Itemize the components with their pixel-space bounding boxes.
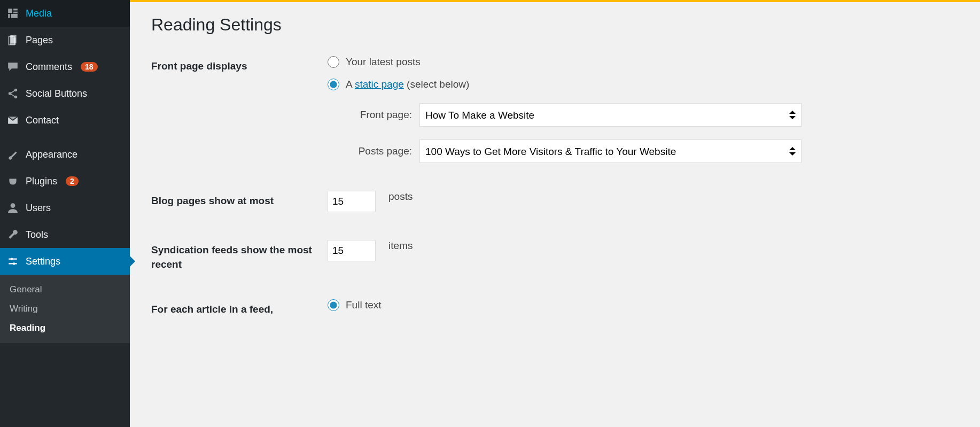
svg-point-3 [14, 89, 18, 92]
wrench-icon [6, 228, 19, 241]
sidebar-item-social-buttons[interactable]: Social Buttons [0, 80, 130, 107]
syndication-unit: items [388, 240, 413, 252]
radio-latest-posts-label: Your latest posts [346, 56, 421, 68]
static-page-link[interactable]: static page [355, 79, 404, 90]
submenu-item-writing[interactable]: Writing [0, 299, 130, 319]
comments-badge: 18 [81, 62, 98, 72]
sidebar-item-label: Plugins [26, 176, 57, 187]
sliders-icon [6, 255, 19, 268]
blog-pages-input[interactable] [328, 191, 376, 212]
sidebar-item-label: Users [26, 203, 51, 214]
settings-submenu: General Writing Reading [0, 275, 130, 343]
sidebar-item-pages[interactable]: Pages [0, 27, 130, 53]
radio-latest-posts-input[interactable] [328, 56, 339, 68]
settings-form: Front page displays Your latest posts A … [151, 54, 959, 347]
radio-full-text-input[interactable] [328, 299, 339, 311]
sidebar-item-tools[interactable]: Tools [0, 221, 130, 248]
posts-page-select[interactable]: 100 Ways to Get More Visitors & Traffic … [419, 139, 802, 163]
svg-point-4 [14, 96, 18, 99]
radio-latest-posts[interactable]: Your latest posts [328, 56, 959, 68]
svg-point-5 [11, 203, 15, 208]
envelope-icon [6, 114, 19, 127]
sidebar-item-settings[interactable]: Settings [0, 248, 130, 275]
label-front-page-displays: Front page displays [151, 54, 328, 189]
menu-separator [0, 134, 130, 141]
brush-icon [6, 148, 19, 161]
main-content: Reading Settings Front page displays You… [130, 0, 980, 427]
submenu-item-general[interactable]: General [0, 280, 130, 299]
sidebar-item-plugins[interactable]: Plugins 2 [0, 168, 130, 195]
user-icon [6, 201, 19, 214]
radio-static-page-label: A static page (select below) [346, 79, 469, 90]
sidebar-item-label: Contact [26, 115, 59, 126]
sidebar-item-label: Pages [26, 35, 53, 46]
page-title: Reading Settings [151, 15, 959, 35]
row-front-page-displays: Front page displays Your latest posts A … [151, 54, 959, 189]
sidebar-item-comments[interactable]: Comments 18 [0, 53, 130, 80]
sidebar-item-label: Appearance [26, 149, 77, 160]
front-page-select-label: Front page: [343, 109, 412, 121]
svg-point-7 [13, 262, 15, 265]
radio-full-text-label: Full text [346, 299, 382, 311]
sidebar-item-label: Tools [26, 229, 48, 240]
sidebar-item-label: Settings [26, 256, 60, 267]
media-icon [6, 7, 19, 20]
front-page-select-row: Front page: How To Make a Website [343, 103, 959, 127]
sidebar-item-label: Comments [26, 61, 72, 73]
label-blog-pages: Blog pages show at most [151, 189, 328, 238]
comments-icon [6, 60, 19, 73]
notice-bar [130, 0, 980, 2]
sidebar-item-users[interactable]: Users [0, 195, 130, 221]
submenu-item-reading[interactable]: Reading [0, 319, 130, 338]
sidebar-item-appearance[interactable]: Appearance [0, 141, 130, 168]
row-blog-pages: Blog pages show at most posts [151, 189, 959, 238]
sidebar-item-label: Social Buttons [26, 88, 87, 99]
plug-icon [6, 175, 19, 188]
share-icon [6, 87, 19, 100]
sidebar-item-media[interactable]: Media [0, 0, 130, 27]
plugins-badge: 2 [66, 176, 79, 186]
radio-static-page[interactable]: A static page (select below) [328, 79, 959, 90]
label-syndication: Syndication feeds show the most recent [151, 238, 328, 297]
row-feed-article: For each article in a feed, Full text [151, 297, 959, 347]
sidebar-item-label: Media [26, 8, 52, 19]
svg-rect-1 [11, 35, 17, 43]
svg-point-2 [9, 92, 12, 95]
sidebar-item-contact[interactable]: Contact [0, 107, 130, 134]
admin-sidebar: Media Pages Comments 18 Social Buttons C… [0, 0, 130, 427]
svg-point-6 [11, 258, 13, 260]
row-syndication: Syndication feeds show the most recent i… [151, 238, 959, 297]
posts-page-select-label: Posts page: [343, 145, 412, 157]
blog-pages-unit: posts [388, 191, 413, 203]
radio-static-page-input[interactable] [328, 79, 339, 90]
front-page-select[interactable]: How To Make a Website [419, 103, 802, 127]
syndication-input[interactable] [328, 240, 376, 261]
label-feed-article: For each article in a feed, [151, 297, 328, 347]
posts-page-select-row: Posts page: 100 Ways to Get More Visitor… [343, 139, 959, 163]
pages-icon [6, 34, 19, 46]
radio-full-text[interactable]: Full text [328, 299, 959, 311]
